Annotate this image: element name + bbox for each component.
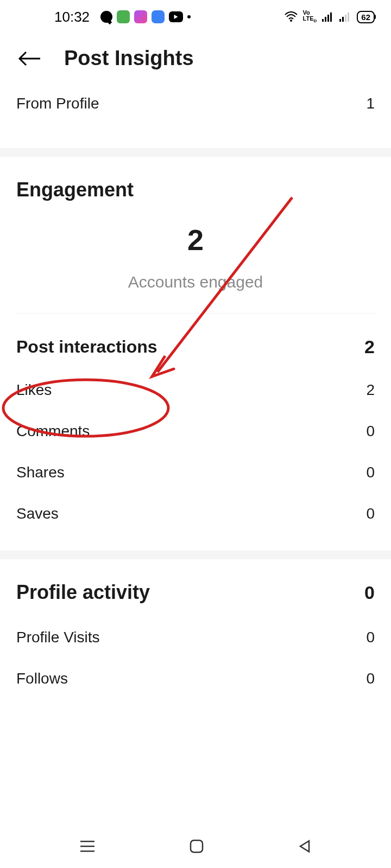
svg-rect-2 [325, 17, 326, 22]
profile-activity-header: Profile activity 0 [16, 581, 375, 604]
post-interactions-row[interactable]: Post interactions 2 [16, 324, 375, 369]
from-profile-value: 1 [366, 95, 375, 112]
engagement-title: Engagement [16, 178, 375, 201]
lte-icon: VoLTED [303, 10, 317, 23]
page-title: Post Insights [64, 47, 194, 70]
status-bar: 10:32 VoLTED 62 [0, 0, 391, 31]
thin-divider [16, 313, 375, 314]
signal-2-icon [339, 12, 351, 22]
svg-rect-5 [339, 19, 341, 22]
shares-row: Shares 0 [16, 452, 375, 493]
messenger-icon [100, 11, 112, 23]
accounts-engaged-value: 2 [16, 223, 375, 257]
likes-row: Likes 2 [16, 369, 375, 411]
status-right: VoLTED 62 [285, 10, 375, 23]
svg-rect-12 [191, 840, 203, 852]
back-nav-icon[interactable] [298, 839, 312, 853]
svg-rect-7 [345, 15, 346, 22]
post-interactions-label: Post interactions [16, 337, 157, 357]
green-app-icon [117, 10, 130, 23]
follows-row: Follows 0 [16, 658, 375, 699]
svg-rect-3 [327, 15, 329, 22]
saves-value: 0 [366, 505, 375, 522]
svg-rect-8 [348, 12, 349, 22]
battery-indicator: 62 [357, 11, 375, 23]
page-header: Post Insights [0, 31, 391, 80]
svg-rect-1 [322, 19, 324, 22]
blue-app-icon [152, 10, 165, 23]
section-divider [0, 551, 391, 559]
wifi-icon [285, 11, 298, 22]
accounts-engaged-label: Accounts engaged [16, 273, 375, 291]
comments-label: Comments [16, 423, 90, 440]
from-profile-row: From Profile 1 [16, 86, 375, 121]
shares-label: Shares [16, 464, 65, 481]
svg-point-0 [290, 20, 292, 22]
svg-rect-4 [330, 12, 332, 22]
profile-visits-row: Profile Visits 0 [16, 617, 375, 658]
shares-value: 0 [366, 464, 375, 481]
profile-activity-title: Profile activity [16, 581, 150, 604]
comments-value: 0 [366, 423, 375, 440]
profile-activity-value: 0 [364, 582, 375, 603]
status-app-icons [100, 10, 191, 23]
recent-apps-icon[interactable] [79, 840, 96, 853]
likes-label: Likes [16, 381, 52, 399]
profile-activity-section: Profile activity 0 Profile Visits 0 Foll… [0, 559, 391, 716]
svg-rect-6 [342, 17, 344, 22]
follows-label: Follows [16, 670, 68, 687]
back-arrow-icon[interactable] [16, 50, 42, 67]
purple-app-icon [134, 10, 147, 23]
home-icon[interactable] [190, 839, 204, 853]
section-divider [0, 148, 391, 157]
youtube-icon [169, 11, 183, 22]
status-left: 10:32 [16, 9, 191, 25]
status-time: 10:32 [54, 9, 90, 25]
dot-indicator-icon [187, 15, 191, 18]
signal-1-icon [322, 12, 334, 22]
profile-visits-label: Profile Visits [16, 629, 100, 646]
saves-label: Saves [16, 505, 59, 522]
system-nav-bar [0, 825, 391, 868]
profile-visits-value: 0 [366, 629, 375, 646]
follows-value: 0 [366, 670, 375, 687]
from-profile-label: From Profile [16, 95, 99, 112]
post-interactions-value: 2 [364, 336, 375, 358]
saves-row: Saves 0 [16, 493, 375, 534]
engagement-section: Engagement 2 Accounts engaged Post inter… [0, 157, 391, 551]
likes-value: 2 [366, 381, 375, 399]
comments-row: Comments 0 [16, 411, 375, 452]
from-profile-section: From Profile 1 [0, 80, 391, 148]
